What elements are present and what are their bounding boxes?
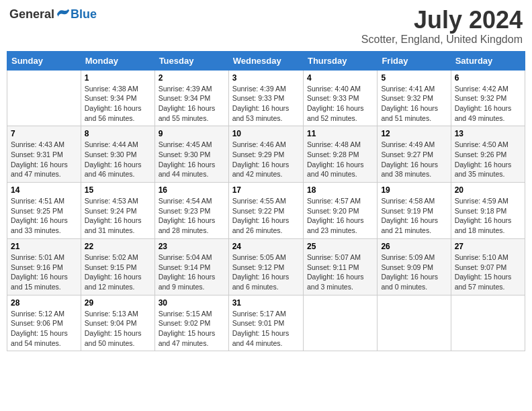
calendar-cell: 14Sunrise: 4:51 AMSunset: 9:25 PMDayligh… [7, 183, 81, 239]
day-info: Sunrise: 4:50 AMSunset: 9:26 PMDaylight:… [455, 140, 521, 179]
location-subtitle: Scotter, England, United Kingdom [361, 34, 523, 46]
calendar-week-row: 28Sunrise: 5:12 AMSunset: 9:06 PMDayligh… [7, 295, 525, 351]
calendar-cell: 1Sunrise: 4:38 AMSunset: 9:34 PMDaylight… [81, 70, 154, 126]
calendar-cell: 26Sunrise: 5:09 AMSunset: 9:09 PMDayligh… [378, 238, 451, 295]
logo-general: General [9, 7, 54, 21]
calendar-cell: 21Sunrise: 5:01 AMSunset: 9:16 PMDayligh… [7, 238, 81, 295]
calendar-cell: 2Sunrise: 4:39 AMSunset: 9:34 PMDaylight… [154, 70, 228, 126]
day-number: 28 [11, 298, 77, 308]
calendar-cell: 7Sunrise: 4:43 AMSunset: 9:31 PMDaylight… [7, 126, 81, 183]
calendar-table: SundayMondayTuesdayWednesdayThursdayFrid… [7, 51, 525, 352]
day-info: Sunrise: 5:07 AMSunset: 9:11 PMDaylight:… [307, 253, 373, 292]
calendar-cell: 28Sunrise: 5:12 AMSunset: 9:06 PMDayligh… [7, 295, 81, 351]
weekday-header-tuesday: Tuesday [154, 51, 228, 70]
day-info: Sunrise: 4:54 AMSunset: 9:23 PMDaylight:… [159, 196, 225, 236]
day-info: Sunrise: 4:38 AMSunset: 9:34 PMDaylight:… [85, 84, 151, 124]
logo: General Blue [9, 7, 97, 21]
calendar-week-row: 14Sunrise: 4:51 AMSunset: 9:25 PMDayligh… [7, 183, 525, 239]
day-number: 30 [159, 298, 225, 308]
day-number: 8 [85, 129, 151, 138]
day-info: Sunrise: 4:58 AMSunset: 9:19 PMDaylight:… [381, 196, 447, 236]
day-info: Sunrise: 4:51 AMSunset: 9:25 PMDaylight:… [11, 196, 77, 236]
day-number: 12 [381, 129, 447, 138]
day-number: 27 [455, 242, 521, 251]
calendar-cell: 12Sunrise: 4:49 AMSunset: 9:27 PMDayligh… [378, 126, 451, 183]
weekday-header-wednesday: Wednesday [228, 51, 303, 70]
day-number: 13 [455, 129, 521, 138]
day-number: 2 [159, 73, 225, 83]
day-info: Sunrise: 4:46 AMSunset: 9:29 PMDaylight:… [232, 140, 300, 179]
day-info: Sunrise: 4:45 AMSunset: 9:30 PMDaylight:… [159, 140, 225, 179]
day-info: Sunrise: 4:44 AMSunset: 9:30 PMDaylight:… [85, 140, 151, 179]
calendar-cell: 3Sunrise: 4:39 AMSunset: 9:33 PMDaylight… [228, 70, 303, 126]
day-info: Sunrise: 5:09 AMSunset: 9:09 PMDaylight:… [381, 253, 447, 292]
day-info: Sunrise: 4:42 AMSunset: 9:32 PMDaylight:… [455, 84, 521, 124]
day-info: Sunrise: 4:49 AMSunset: 9:27 PMDaylight:… [381, 140, 447, 179]
calendar-cell [303, 295, 377, 351]
calendar-cell: 9Sunrise: 4:45 AMSunset: 9:30 PMDaylight… [154, 126, 228, 183]
day-info: Sunrise: 5:04 AMSunset: 9:14 PMDaylight:… [159, 253, 225, 292]
calendar-cell [378, 295, 451, 351]
day-number: 20 [455, 185, 521, 195]
day-info: Sunrise: 5:13 AMSunset: 9:04 PMDaylight:… [85, 309, 151, 349]
day-number: 19 [381, 185, 447, 195]
day-info: Sunrise: 4:41 AMSunset: 9:32 PMDaylight:… [381, 84, 447, 124]
calendar-cell: 16Sunrise: 4:54 AMSunset: 9:23 PMDayligh… [154, 183, 228, 239]
day-number: 31 [232, 298, 300, 308]
day-number: 21 [11, 242, 77, 251]
day-number: 24 [232, 242, 300, 251]
day-number: 29 [85, 298, 151, 308]
day-info: Sunrise: 4:48 AMSunset: 9:28 PMDaylight:… [307, 140, 373, 179]
day-info: Sunrise: 5:12 AMSunset: 9:06 PMDaylight:… [11, 309, 77, 349]
calendar-cell: 19Sunrise: 4:58 AMSunset: 9:19 PMDayligh… [378, 183, 451, 239]
day-info: Sunrise: 5:10 AMSunset: 9:07 PMDaylight:… [455, 253, 521, 292]
calendar-cell: 22Sunrise: 5:02 AMSunset: 9:15 PMDayligh… [81, 238, 154, 295]
month-year-title: July 2024 [361, 7, 523, 34]
calendar-cell: 4Sunrise: 4:40 AMSunset: 9:33 PMDaylight… [303, 70, 377, 126]
day-info: Sunrise: 5:02 AMSunset: 9:15 PMDaylight:… [85, 253, 151, 292]
day-number: 5 [381, 73, 447, 83]
weekday-header-monday: Monday [81, 51, 154, 70]
calendar-cell: 15Sunrise: 4:53 AMSunset: 9:24 PMDayligh… [81, 183, 154, 239]
calendar-cell: 17Sunrise: 4:55 AMSunset: 9:22 PMDayligh… [228, 183, 303, 239]
calendar-cell [451, 295, 525, 351]
day-info: Sunrise: 4:39 AMSunset: 9:34 PMDaylight:… [159, 84, 225, 124]
day-number: 3 [232, 73, 300, 83]
calendar-cell: 25Sunrise: 5:07 AMSunset: 9:11 PMDayligh… [303, 238, 377, 295]
day-number: 25 [307, 242, 373, 251]
logo-blue: Blue [71, 7, 97, 21]
calendar-cell: 30Sunrise: 5:15 AMSunset: 9:02 PMDayligh… [154, 295, 228, 351]
day-info: Sunrise: 4:39 AMSunset: 9:33 PMDaylight:… [232, 84, 300, 124]
page-header: General Blue July 2024 Scotter, England,… [7, 7, 525, 46]
day-number: 10 [232, 129, 300, 138]
calendar-cell: 11Sunrise: 4:48 AMSunset: 9:28 PMDayligh… [303, 126, 377, 183]
calendar-cell: 27Sunrise: 5:10 AMSunset: 9:07 PMDayligh… [451, 238, 525, 295]
weekday-header-saturday: Saturday [451, 51, 525, 70]
day-number: 16 [159, 185, 225, 195]
day-info: Sunrise: 4:57 AMSunset: 9:20 PMDaylight:… [307, 196, 373, 236]
calendar-cell [7, 70, 81, 126]
day-number: 7 [11, 129, 77, 138]
day-info: Sunrise: 5:05 AMSunset: 9:12 PMDaylight:… [232, 253, 300, 292]
day-info: Sunrise: 4:59 AMSunset: 9:18 PMDaylight:… [455, 196, 521, 236]
calendar-cell: 10Sunrise: 4:46 AMSunset: 9:29 PMDayligh… [228, 126, 303, 183]
weekday-header-friday: Friday [378, 51, 451, 70]
day-number: 1 [85, 73, 151, 83]
day-number: 23 [159, 242, 225, 251]
day-number: 6 [455, 73, 521, 83]
weekday-header-sunday: Sunday [7, 51, 81, 70]
day-info: Sunrise: 5:17 AMSunset: 9:01 PMDaylight:… [232, 309, 300, 349]
calendar-cell: 24Sunrise: 5:05 AMSunset: 9:12 PMDayligh… [228, 238, 303, 295]
weekday-header-row: SundayMondayTuesdayWednesdayThursdayFrid… [7, 51, 525, 70]
weekday-header-thursday: Thursday [303, 51, 377, 70]
day-number: 4 [307, 73, 373, 83]
day-number: 15 [85, 185, 151, 195]
calendar-cell: 23Sunrise: 5:04 AMSunset: 9:14 PMDayligh… [154, 238, 228, 295]
day-info: Sunrise: 4:43 AMSunset: 9:31 PMDaylight:… [11, 140, 77, 179]
day-number: 9 [159, 129, 225, 138]
day-info: Sunrise: 4:40 AMSunset: 9:33 PMDaylight:… [307, 84, 373, 124]
calendar-cell: 13Sunrise: 4:50 AMSunset: 9:26 PMDayligh… [451, 126, 525, 183]
day-info: Sunrise: 5:01 AMSunset: 9:16 PMDaylight:… [11, 253, 77, 292]
day-number: 22 [85, 242, 151, 251]
calendar-cell: 6Sunrise: 4:42 AMSunset: 9:32 PMDaylight… [451, 70, 525, 126]
